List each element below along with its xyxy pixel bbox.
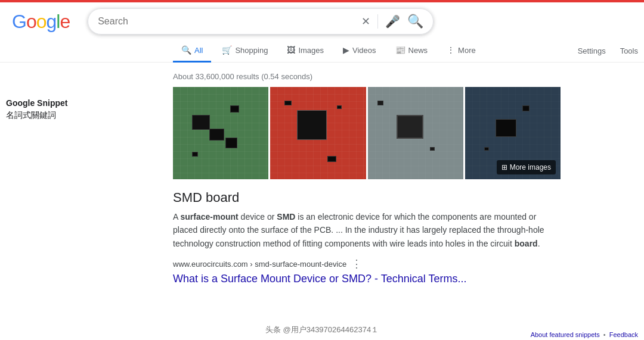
tab-all-label: All: [194, 46, 203, 55]
sidebar-label-cn: 名詞式關鍵詞: [6, 110, 67, 121]
all-icon: 🔍: [181, 45, 191, 55]
result-image-1[interactable]: [173, 87, 268, 179]
clear-icon[interactable]: ✕: [361, 15, 370, 28]
about-featured-snippets-link[interactable]: About featured snippets: [531, 331, 600, 338]
tab-more-label: More: [458, 46, 476, 55]
result-link[interactable]: What is a Surface Mount Device or SMD? -…: [173, 273, 561, 285]
result-image-2[interactable]: [270, 87, 366, 179]
tab-news-label: News: [408, 46, 428, 55]
search-input[interactable]: smd board: [98, 16, 355, 27]
tab-videos[interactable]: ▶ Videos: [335, 39, 385, 63]
microphone-icon[interactable]: 🎤: [385, 14, 400, 29]
result-url: www.eurocircuits.com › smd-surface-mount…: [173, 257, 644, 270]
google-logo: Google: [12, 11, 70, 33]
nav-tabs: 🔍 All 🛒 Shopping 🖼 Images ▶ Videos 📰 New…: [0, 35, 644, 63]
results-count: About 33,600,000 results (0.54 seconds): [173, 68, 644, 87]
snippet-title: SMD board: [173, 190, 644, 205]
tab-news[interactable]: 📰 News: [387, 39, 436, 63]
sidebar-label-en: Google Snippet: [6, 98, 67, 108]
result-image-3[interactable]: [368, 87, 463, 179]
tab-shopping-label: Shopping: [235, 46, 268, 55]
tab-shopping[interactable]: 🛒 Shopping: [213, 39, 276, 63]
snippet-text: A surface-mount device or SMD is an elec…: [173, 210, 561, 250]
tab-images[interactable]: 🖼 Images: [278, 39, 332, 63]
result-url-text: www.eurocircuits.com › smd-surface-mount…: [173, 260, 346, 269]
more-images-overlay[interactable]: ⊞ More images: [497, 160, 556, 174]
header: Google smd board ✕ 🎤 🔍: [0, 2, 644, 35]
logo-g1: G: [12, 11, 26, 33]
logo-o1: o: [26, 11, 36, 33]
sidebar-label: Google Snippet 名詞式關鍵詞: [6, 98, 67, 121]
feedback-link[interactable]: Feedback: [609, 331, 638, 338]
shopping-icon: 🛒: [222, 45, 232, 55]
tab-images-label: Images: [298, 46, 324, 55]
search-button-icon[interactable]: 🔍: [407, 14, 423, 29]
result-image-4[interactable]: ⊞ More images: [465, 87, 561, 179]
logo-o2: o: [36, 11, 47, 33]
settings-link[interactable]: Settings: [572, 40, 612, 61]
nav-right: Settings Tools: [572, 40, 644, 61]
search-bar[interactable]: smd board ✕ 🎤 🔍: [88, 8, 434, 35]
tools-link[interactable]: Tools: [614, 40, 644, 61]
featured-snippets-separator: •: [603, 331, 606, 338]
image-grid-icon: ⊞: [501, 163, 507, 171]
logo-e: e: [60, 11, 70, 33]
tab-more[interactable]: ⋮ More: [438, 39, 484, 63]
news-icon: 📰: [395, 45, 405, 55]
more-icon: ⋮: [447, 45, 455, 55]
main-content: About 33,600,000 results (0.54 seconds): [0, 63, 644, 285]
more-images-label: More images: [510, 163, 551, 171]
search-icons: ✕ 🎤 🔍: [361, 14, 423, 29]
tab-all[interactable]: 🔍 All: [173, 39, 211, 63]
tab-videos-label: Videos: [352, 46, 376, 55]
images-icon: 🖼: [287, 45, 295, 55]
divider: [377, 14, 378, 29]
image-strip: ⊞ More images: [173, 87, 561, 179]
videos-icon: ▶: [343, 45, 349, 55]
featured-snippets-bar: About featured snippets • Feedback: [525, 329, 644, 340]
logo-g2: g: [46, 11, 56, 33]
result-url-menu-icon[interactable]: ⋮: [351, 257, 362, 270]
